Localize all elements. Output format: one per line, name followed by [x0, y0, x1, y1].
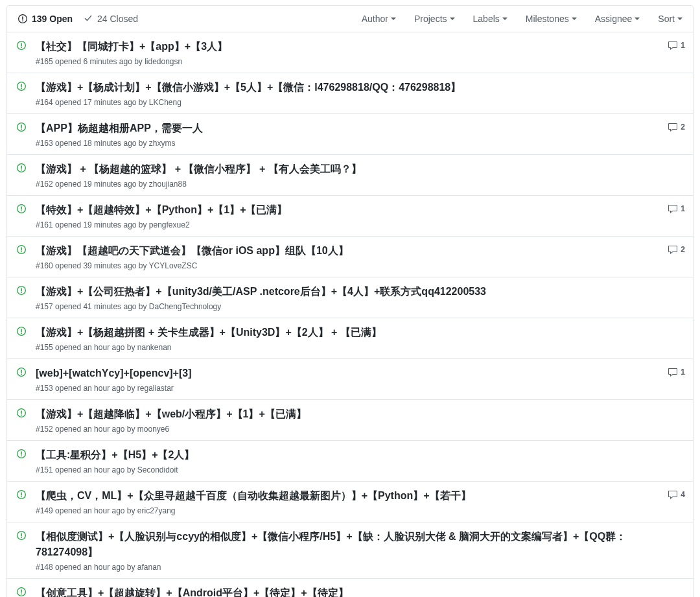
- issue-author-link[interactable]: DaChengTechnology: [149, 302, 221, 311]
- issue-main: 【APP】杨超越相册APP，需要一人#163 opened 18 minutes…: [29, 121, 659, 148]
- filter-assignee[interactable]: Assignee: [595, 14, 640, 24]
- open-label: Open: [49, 14, 73, 24]
- issue-title-link[interactable]: 【工具:星积分】+【H5】+【2人】: [36, 449, 194, 460]
- filter-author[interactable]: Author: [362, 14, 396, 24]
- issue-row: 【游戏】+【超越降临】+【web/小程序】+【1】+【已满】#152 opene…: [7, 399, 693, 440]
- filter-milestones[interactable]: Milestones: [526, 14, 577, 24]
- issue-title-link[interactable]: [web]+[watchYcy]+[opencv]+[3]: [36, 368, 192, 379]
- issue-time: 17 minutes ago: [83, 98, 136, 107]
- issue-author-link[interactable]: zhoujian88: [149, 180, 187, 189]
- issue-title-link[interactable]: 【游戏】+【公司狂热者】+【unity3d/美工/ASP .netcore后台】…: [36, 286, 486, 297]
- closed-issues-link[interactable]: 24 Closed: [83, 14, 138, 24]
- issue-author-link[interactable]: Secondidoit: [137, 465, 178, 474]
- issue-number: #162: [36, 180, 53, 189]
- issue-title-link[interactable]: 【创意工具】+【超越旋转】+【Android平台】+【待定】+【待定】: [36, 587, 349, 597]
- issue-main: 【创意工具】+【超越旋转】+【Android平台】+【待定】+【待定】#147 …: [29, 585, 659, 597]
- issue-row: 【相似度测试】+【人脸识别与ccyy的相似度】+【微信小程序/H5】+【缺：人脸…: [7, 522, 693, 578]
- issue-author-link[interactable]: LKCheng: [149, 98, 181, 107]
- issue-time: an hour ago: [83, 563, 124, 572]
- issue-number: #155: [36, 343, 53, 352]
- issue-title-link[interactable]: 【爬虫，CV，ML】+【众里寻超越千百度（自动收集超越最新图片）】+【Pytho…: [36, 490, 471, 501]
- issue-author-link[interactable]: lidedongsn: [145, 57, 182, 66]
- issue-number: #152: [36, 425, 53, 434]
- issue-comments-link[interactable]: 4: [659, 488, 685, 500]
- issue-author-link[interactable]: YCYLoveZSC: [149, 261, 198, 270]
- issue-open-icon: [16, 406, 29, 418]
- open-issues-link[interactable]: 139 Open: [18, 14, 73, 24]
- issue-title-link[interactable]: 【APP】杨超越相册APP，需要一人: [36, 123, 203, 134]
- issues-container: 【社交】【同城打卡】+【app】+【3人】#165 opened 6 minut…: [7, 32, 693, 597]
- issue-title-link[interactable]: 【游戏】+【超越降临】+【web/小程序】+【1】+【已满】: [36, 408, 307, 419]
- issue-comments-link: [659, 585, 685, 587]
- filter-projects[interactable]: Projects: [414, 14, 455, 24]
- issue-comments-link[interactable]: 1: [659, 39, 685, 51]
- issue-comments-link[interactable]: 1: [659, 366, 685, 377]
- comment-icon: [668, 244, 678, 255]
- comment-icon: [668, 40, 678, 51]
- comment-count: 1: [681, 41, 685, 50]
- comment-count: 1: [681, 204, 685, 213]
- issue-title-link[interactable]: 【游戏】+【杨超越拼图 + 关卡生成器】+【Unity3D】+【2人】 + 【已…: [36, 327, 382, 338]
- issue-title-link[interactable]: 【游戏】 + 【杨超越的篮球】 + 【微信小程序】 + 【有人会美工吗？】: [36, 163, 362, 174]
- issue-title-link[interactable]: 【游戏】+【杨成计划】+【微信小游戏】+【5人】+【微信：l476298818/…: [36, 82, 461, 93]
- issue-main: 【工具:星积分】+【H5】+【2人】#151 opened an hour ag…: [29, 447, 659, 474]
- issue-main: 【游戏】+【杨成计划】+【微信小游戏】+【5人】+【微信：l476298818/…: [29, 80, 659, 107]
- issue-title-link[interactable]: 【社交】【同城打卡】+【app】+【3人】: [36, 41, 228, 52]
- issue-author-link[interactable]: eric27yang: [137, 506, 176, 515]
- issue-meta: #151 opened an hour ago by Secondidoit: [36, 465, 653, 474]
- issue-meta: #163 opened 18 minutes ago by zhxyms: [36, 139, 653, 148]
- issue-comments-link: [659, 284, 685, 285]
- issue-main: 【相似度测试】+【人脸识别与ccyy的相似度】+【微信小程序/H5】+【缺：人脸…: [29, 529, 659, 572]
- filter-sort[interactable]: Sort: [658, 14, 682, 24]
- issue-main: 【游戏】 + 【杨超越的篮球】 + 【微信小程序】 + 【有人会美工吗？】#16…: [29, 161, 659, 189]
- issue-meta: #164 opened 17 minutes ago by LKCheng: [36, 98, 653, 107]
- issue-comments-link: [659, 529, 685, 530]
- issue-time: an hour ago: [83, 465, 124, 474]
- issue-number: #157: [36, 302, 53, 311]
- issue-meta: #165 opened 6 minutes ago by lidedongsn: [36, 57, 653, 66]
- issue-meta: #153 opened an hour ago by regaliastar: [36, 384, 653, 393]
- issue-meta: #149 opened an hour ago by eric27yang: [36, 506, 653, 515]
- issue-author-link[interactable]: pengfexue2: [149, 220, 190, 229]
- issue-time: an hour ago: [83, 384, 124, 393]
- issue-author-link[interactable]: moonye6: [137, 425, 169, 434]
- issue-row: 【爬虫，CV，ML】+【众里寻超越千百度（自动收集超越最新图片）】+【Pytho…: [7, 481, 693, 522]
- issue-open-icon: [16, 325, 29, 336]
- issue-open-icon: [16, 447, 29, 459]
- issue-open-icon: [16, 284, 29, 296]
- issue-comments-link: [659, 406, 685, 408]
- issue-main: 【特效】+【超越特效】+【Python】+【1】+【已满】#161 opened…: [29, 202, 659, 229]
- issue-open-icon: [16, 202, 29, 214]
- comment-icon: [668, 122, 678, 132]
- issue-row: 【APP】杨超越相册APP，需要一人#163 opened 18 minutes…: [7, 113, 693, 154]
- comment-icon: [668, 489, 678, 500]
- issue-number: #164: [36, 98, 53, 107]
- issue-author-link[interactable]: zhxyms: [149, 139, 176, 148]
- issue-meta: #157 opened 41 minutes ago by DaChengTec…: [36, 302, 653, 311]
- issue-meta: #148 opened an hour ago by afanan: [36, 563, 653, 572]
- filter-labels[interactable]: Labels: [473, 14, 508, 24]
- issue-open-icon: [16, 585, 29, 597]
- issue-number: #149: [36, 506, 53, 515]
- issue-open-icon: [16, 161, 29, 173]
- issue-title-link[interactable]: 【相似度测试】+【人脸识别与ccyy的相似度】+【微信小程序/H5】+【缺：人脸…: [36, 531, 626, 557]
- issue-row: 【创意工具】+【超越旋转】+【Android平台】+【待定】+【待定】#147 …: [7, 578, 693, 597]
- issue-time: 41 minutes ago: [83, 302, 136, 311]
- chevron-down-icon: [450, 18, 455, 20]
- issue-comments-link[interactable]: 2: [659, 121, 685, 132]
- issue-time: 18 minutes ago: [83, 139, 136, 148]
- issue-title-link[interactable]: 【特效】+【超越特效】+【Python】+【1】+【已满】: [36, 204, 288, 215]
- issue-comments-link[interactable]: 1: [659, 202, 685, 214]
- issue-author-link[interactable]: afanan: [137, 563, 161, 572]
- issue-row: 【游戏】【超越吧の天下武道会】【微信or iOS app】组队【10人】#160…: [7, 236, 693, 277]
- issue-main: 【社交】【同城打卡】+【app】+【3人】#165 opened 6 minut…: [29, 39, 659, 66]
- issue-open-icon: [16, 488, 29, 500]
- issue-number: #161: [36, 220, 53, 229]
- issue-open-icon: [16, 366, 29, 377]
- issue-comments-link: [659, 447, 685, 449]
- issue-author-link[interactable]: regaliastar: [137, 384, 174, 393]
- issue-comments-link[interactable]: 2: [659, 243, 685, 255]
- closed-label: Closed: [110, 14, 139, 24]
- issue-author-link[interactable]: nankenan: [137, 343, 172, 352]
- issue-title-link[interactable]: 【游戏】【超越吧の天下武道会】【微信or iOS app】组队【10人】: [36, 245, 349, 256]
